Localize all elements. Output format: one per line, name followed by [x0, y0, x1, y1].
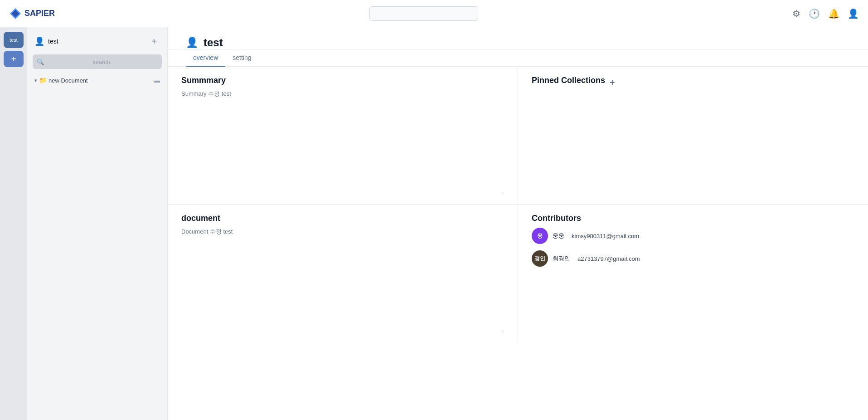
- overview-content: Summmary Summary 수정 test ⌟ Pinned Collec…: [168, 67, 868, 342]
- profile-icon[interactable]: 👤: [848, 8, 859, 19]
- document-title: document: [181, 214, 504, 223]
- app-logo: SAPIER: [9, 7, 55, 20]
- sidebar-add-button[interactable]: +: [148, 35, 160, 47]
- logo-icon: [9, 7, 22, 20]
- contributor-email-2: a27313797@gmail.com: [577, 255, 640, 262]
- overview-row-2: document Document 수정 test ⌟ Contributors…: [168, 205, 868, 342]
- sidebar-workspace-info: 👤 test: [34, 36, 58, 46]
- workspace-tab-list: test +: [0, 27, 27, 420]
- main-layout: test + 👤 test + 🔍 ▾ 📁 new Document ▬: [0, 27, 868, 420]
- sidebar-workspace-name: test: [48, 38, 58, 45]
- summary-section: Summmary Summary 수정 test ⌟: [168, 67, 518, 204]
- sidebar: 👤 test + 🔍 ▾ 📁 new Document ▬: [27, 27, 168, 420]
- page-tabs: overview setting: [168, 49, 868, 67]
- header-search-input[interactable]: [369, 6, 478, 21]
- contributors-list: 웅 웅웅 kimsy980311@gmail.com 경인 최경인 a27313…: [532, 228, 854, 267]
- sidebar-header: 👤 test +: [27, 32, 167, 51]
- settings-icon[interactable]: ⚙: [792, 8, 800, 19]
- search-icon: 🔍: [37, 59, 44, 65]
- workspace-person-icon: 👤: [34, 36, 44, 46]
- pinned-collections-title: Pinned Collections: [532, 76, 605, 85]
- logo-text: SAPIER: [24, 9, 55, 18]
- workspace-tab-test[interactable]: test: [4, 32, 24, 48]
- contributor-item-2: 경인 최경인 a27313797@gmail.com: [532, 250, 854, 267]
- contributors-section: Contributors 웅 웅웅 kimsy980311@gmail.com …: [518, 205, 868, 342]
- sidebar-search-input[interactable]: [33, 54, 162, 69]
- contributor-initials-1: 웅: [537, 232, 543, 240]
- summary-resize-handle[interactable]: ⌟: [181, 98, 504, 195]
- main-content: 👤 test overview setting Summmary Summary…: [168, 27, 868, 420]
- document-resize-handle[interactable]: ⌟: [181, 236, 504, 333]
- sidebar-tree: ▾ 📁 new Document ▬: [27, 73, 167, 88]
- overview-row-1: Summmary Summary 수정 test ⌟ Pinned Collec…: [168, 67, 868, 205]
- tree-item-label: new Document: [48, 77, 152, 84]
- pinned-collections-header: Pinned Collections +: [532, 76, 854, 90]
- summary-content: Summary 수정 test: [181, 90, 504, 98]
- summary-title: Summmary: [181, 76, 504, 85]
- contributor-initials-2: 경인: [534, 255, 545, 263]
- contributor-name-2: 최경인: [553, 254, 570, 263]
- contributor-avatar-2: 경인: [532, 250, 548, 267]
- page-title: test: [204, 36, 223, 49]
- add-pinned-collection-button[interactable]: +: [610, 78, 615, 88]
- contributor-name-1: 웅웅: [553, 232, 564, 240]
- document-content: Document 수정 test: [181, 228, 504, 236]
- pinned-collections-section: Pinned Collections +: [518, 67, 868, 204]
- folder-icon: 📁: [39, 77, 47, 84]
- contributors-title: Contributors: [532, 214, 854, 223]
- contributor-avatar-1: 웅: [532, 228, 548, 244]
- header-icon-group: ⚙ 🕐 🔔 👤: [792, 8, 859, 19]
- page-header: 👤 test: [168, 27, 868, 49]
- app-header: SAPIER ⚙ 🕐 🔔 👤: [0, 0, 868, 27]
- contributor-item-1: 웅 웅웅 kimsy980311@gmail.com: [532, 228, 854, 244]
- tree-item-menu-icon[interactable]: ▬: [154, 77, 160, 84]
- notifications-icon[interactable]: 🔔: [828, 8, 839, 19]
- page-person-icon: 👤: [186, 37, 198, 49]
- tab-setting[interactable]: setting: [225, 49, 258, 67]
- add-workspace-button[interactable]: +: [4, 51, 24, 67]
- sidebar-search-wrapper: 🔍: [33, 54, 162, 69]
- document-section: document Document 수정 test ⌟: [168, 205, 518, 342]
- tree-item-new-document[interactable]: ▾ 📁 new Document ▬: [31, 74, 164, 86]
- tab-overview[interactable]: overview: [186, 49, 225, 67]
- contributor-email-1: kimsy980311@gmail.com: [572, 233, 639, 239]
- tree-chevron-icon: ▾: [34, 78, 37, 83]
- history-icon[interactable]: 🕐: [809, 8, 820, 19]
